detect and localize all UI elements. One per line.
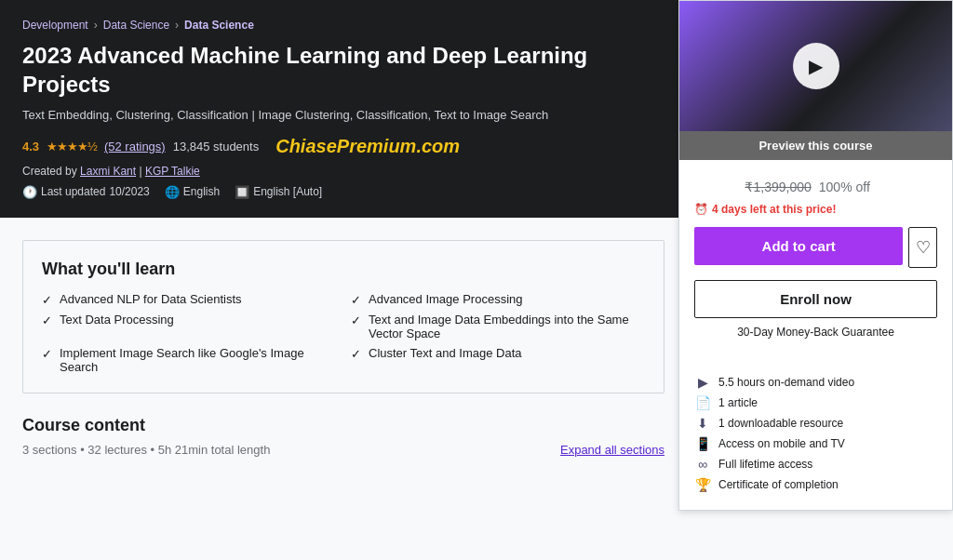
language-item: 🌐 English <box>165 185 220 199</box>
include-certificate: 🏆 Certificate of completion <box>694 474 937 495</box>
course-content-section: Course content 3 sections • 32 lectures … <box>22 416 664 457</box>
preview-label[interactable]: Preview this course <box>679 131 952 160</box>
rating-score: 4.3 <box>22 140 39 153</box>
learn-item-0: ✓ Advanced NLP for Data Scientists <box>42 292 336 307</box>
learn-item-5: ✓ Cluster Text and Image Data <box>351 346 645 374</box>
course-content-meta-row: 3 sections • 32 lectures • 5h 21min tota… <box>22 443 664 457</box>
subtitle-lang-item: 🔲 English [Auto] <box>235 185 322 199</box>
watermark: ChiasePremium.com <box>275 136 460 157</box>
breadcrumb-item-data-science-1[interactable]: Data Science <box>103 19 169 32</box>
price-row: Free ₹1,399,000 100% off <box>694 175 937 199</box>
mobile-icon: 📱 <box>694 436 711 451</box>
video-icon: ▶ <box>694 375 711 390</box>
card-body: Free ₹1,399,000 100% off ⏰ 4 days left a… <box>679 160 952 510</box>
learn-item-2: ✓ Implement Image Search like Google's I… <box>42 346 336 374</box>
include-download: ⬇ 1 downloadable resource <box>694 413 937 433</box>
heart-icon: ♡ <box>916 237 931 258</box>
includes-title: This course includes: <box>694 350 937 365</box>
alarm-icon: ⏰ <box>694 203 708 216</box>
subtitle-lang-text: English [Auto] <box>253 185 322 198</box>
course-preview[interactable]: ▶ <box>679 1 952 131</box>
rating-count[interactable]: (52 ratings) <box>104 140 166 153</box>
breadcrumb-item-data-science-2[interactable]: Data Science <box>184 19 254 32</box>
captions-icon: 🔲 <box>235 185 249 199</box>
creator-laxmi-kant[interactable]: Laxmi Kant <box>80 165 136 178</box>
rating-row: 4.3 ★★★★½ (52 ratings) 13,845 students C… <box>22 136 638 157</box>
play-icon: ▶ <box>809 55 823 77</box>
enroll-button[interactable]: Enroll now <box>694 280 937 318</box>
course-content-header: Course content <box>22 416 664 435</box>
learn-item-4: ✓ Text and Image Data Embeddings into th… <box>351 313 645 340</box>
learn-section: What you'll learn ✓ Advanced NLP for Dat… <box>22 240 664 393</box>
check-icon-2: ✓ <box>42 347 52 361</box>
rating-stars: ★★★★½ <box>47 140 97 153</box>
clock-icon: 🕐 <box>22 185 37 199</box>
guarantee-text: 30-Day Money-Back Guarantee <box>694 326 937 339</box>
include-lifetime: ∞ Full lifetime access <box>694 454 937 474</box>
learn-item-1: ✓ Text Data Processing <box>42 313 336 340</box>
infinity-icon: ∞ <box>694 457 711 472</box>
learn-item-3: ✓ Advanced Image Processing <box>351 292 645 307</box>
play-button[interactable]: ▶ <box>793 43 839 89</box>
hero-right: ▶ Preview this course Free ₹1,399,000 10… <box>656 19 931 199</box>
creator-kgp-talkie[interactable]: KGP Talkie <box>145 165 200 178</box>
learn-title: What you'll learn <box>42 260 645 279</box>
globe-icon: 🌐 <box>165 185 180 199</box>
course-content-meta: 3 sections • 32 lectures • 5h 21min tota… <box>22 443 270 457</box>
check-icon-4: ✓ <box>351 313 361 327</box>
hero-left: Development › Data Science › Data Scienc… <box>22 19 656 199</box>
check-icon-0: ✓ <box>42 293 52 307</box>
article-icon: 📄 <box>694 395 711 410</box>
wishlist-button[interactable]: ♡ <box>908 227 937 268</box>
price-off: 100% off <box>819 180 870 194</box>
course-title: 2023 Advanced Machine Learning and Deep … <box>22 41 638 99</box>
trophy-icon: 🏆 <box>694 477 711 492</box>
breadcrumb-item-development[interactable]: Development <box>22 19 88 32</box>
price-original: ₹1,399,000 <box>745 180 811 194</box>
creator-row: Created by Laxmi Kant | KGP Talkie <box>22 165 638 178</box>
breadcrumb: Development › Data Science › Data Scienc… <box>22 19 638 32</box>
hero-section: Development › Data Science › Data Scienc… <box>0 0 953 218</box>
meta-row: 🕐 Last updated 10/2023 🌐 English 🔲 Engli… <box>22 185 638 199</box>
check-icon-3: ✓ <box>351 293 361 307</box>
include-video: ▶ 5.5 hours on-demand video <box>694 372 937 393</box>
add-to-cart-button[interactable]: Add to cart <box>694 227 903 265</box>
course-content-title: Course content <box>22 416 145 435</box>
course-card: ▶ Preview this course Free ₹1,399,000 10… <box>678 0 953 511</box>
check-icon-1: ✓ <box>42 313 52 327</box>
includes-list: ▶ 5.5 hours on-demand video 📄 1 article … <box>694 372 937 495</box>
price-free: Free <box>694 175 737 199</box>
learn-grid: ✓ Advanced NLP for Data Scientists ✓ Adv… <box>42 292 645 374</box>
urgency-text: ⏰ 4 days left at this price! <box>694 203 937 216</box>
student-count: 13,845 students <box>173 140 260 153</box>
last-updated: 🕐 Last updated 10/2023 <box>22 185 150 199</box>
include-article: 📄 1 article <box>694 393 937 413</box>
add-to-cart-row: Add to cart ♡ <box>694 227 937 273</box>
course-subtitle: Text Embedding, Clustering, Classificati… <box>22 106 638 125</box>
check-icon-5: ✓ <box>351 347 361 361</box>
download-icon: ⬇ <box>694 416 711 431</box>
language-text: English <box>183 185 220 198</box>
page-wrapper: Development › Data Science › Data Scienc… <box>0 0 953 560</box>
expand-all-link[interactable]: Expand all sections <box>560 443 664 457</box>
include-mobile: 📱 Access on mobile and TV <box>694 433 937 454</box>
